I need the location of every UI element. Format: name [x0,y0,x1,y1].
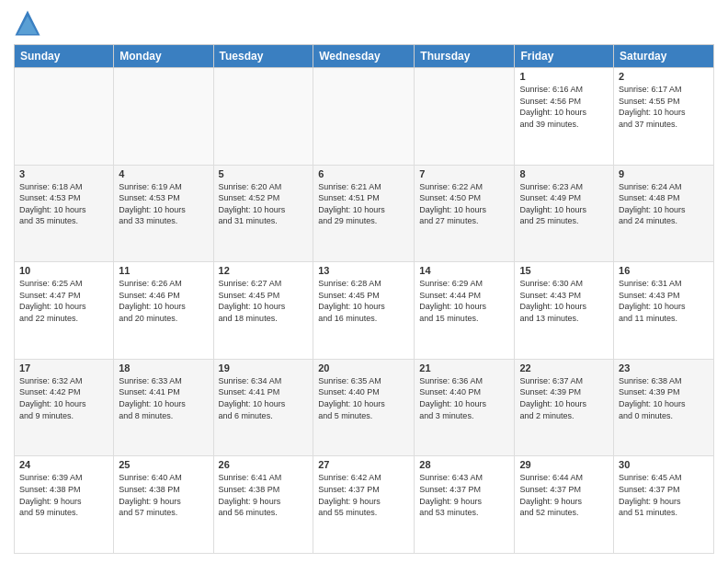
day-info: Sunrise: 6:18 AMSunset: 4:53 PMDaylight:… [19,181,108,227]
calendar-cell: 4Sunrise: 6:19 AMSunset: 4:53 PMDaylight… [114,165,213,262]
day-info: Sunrise: 6:37 AMSunset: 4:39 PMDaylight:… [519,375,609,421]
weekday-header-sunday: Sunday [15,45,114,68]
weekday-header-saturday: Saturday [614,45,714,68]
calendar-header: SundayMondayTuesdayWednesdayThursdayFrid… [15,45,714,68]
day-number: 30 [619,459,709,470]
week-row-1: 1Sunrise: 6:16 AMSunset: 4:56 PMDaylight… [15,68,714,166]
day-info: Sunrise: 6:33 AMSunset: 4:41 PMDaylight:… [119,375,208,421]
day-number: 16 [619,265,709,276]
day-number: 22 [519,362,609,373]
day-number: 23 [619,362,709,373]
day-info: Sunrise: 6:23 AMSunset: 4:49 PMDaylight:… [519,181,609,227]
day-info: Sunrise: 6:42 AMSunset: 4:37 PMDaylight:… [318,472,409,518]
day-info: Sunrise: 6:35 AMSunset: 4:40 PMDaylight:… [318,375,409,421]
calendar-cell: 7Sunrise: 6:22 AMSunset: 4:50 PMDaylight… [415,165,515,262]
logo-icon [14,9,41,37]
day-number: 3 [19,168,108,179]
weekday-header-tuesday: Tuesday [213,45,313,68]
calendar-cell: 20Sunrise: 6:35 AMSunset: 4:40 PMDayligh… [313,359,415,456]
calendar-cell: 15Sunrise: 6:30 AMSunset: 4:43 PMDayligh… [515,262,614,360]
calendar-cell: 9Sunrise: 6:24 AMSunset: 4:48 PMDaylight… [614,165,714,262]
day-info: Sunrise: 6:43 AMSunset: 4:37 PMDaylight:… [419,472,509,518]
calendar-cell: 17Sunrise: 6:32 AMSunset: 4:42 PMDayligh… [15,359,114,456]
calendar-cell: 12Sunrise: 6:27 AMSunset: 4:45 PMDayligh… [213,262,313,360]
weekday-header-row: SundayMondayTuesdayWednesdayThursdayFrid… [15,45,714,68]
day-info: Sunrise: 6:25 AMSunset: 4:47 PMDaylight:… [19,278,108,324]
day-info: Sunrise: 6:32 AMSunset: 4:42 PMDaylight:… [19,375,108,421]
day-info: Sunrise: 6:34 AMSunset: 4:41 PMDaylight:… [219,375,309,421]
calendar-cell: 16Sunrise: 6:31 AMSunset: 4:43 PMDayligh… [614,262,714,360]
day-info: Sunrise: 6:31 AMSunset: 4:43 PMDaylight:… [619,278,709,324]
day-number: 20 [318,362,409,373]
weekday-header-friday: Friday [515,45,614,68]
week-row-3: 10Sunrise: 6:25 AMSunset: 4:47 PMDayligh… [15,262,714,360]
weekday-header-thursday: Thursday [415,45,515,68]
calendar-cell: 24Sunrise: 6:39 AMSunset: 4:38 PMDayligh… [15,456,114,554]
calendar-cell: 30Sunrise: 6:45 AMSunset: 4:37 PMDayligh… [614,456,714,554]
day-info: Sunrise: 6:24 AMSunset: 4:48 PMDaylight:… [619,181,709,227]
day-info: Sunrise: 6:29 AMSunset: 4:44 PMDaylight:… [419,278,509,324]
calendar-cell: 27Sunrise: 6:42 AMSunset: 4:37 PMDayligh… [313,456,415,554]
day-number: 26 [219,459,309,470]
day-info: Sunrise: 6:40 AMSunset: 4:38 PMDaylight:… [119,472,208,518]
header [14,9,714,37]
day-number: 19 [219,362,309,373]
calendar-cell: 14Sunrise: 6:29 AMSunset: 4:44 PMDayligh… [415,262,515,360]
day-number: 10 [19,265,108,276]
calendar-cell: 5Sunrise: 6:20 AMSunset: 4:52 PMDaylight… [213,165,313,262]
day-number: 29 [519,459,609,470]
day-number: 21 [419,362,509,373]
day-number: 17 [19,362,108,373]
calendar-cell: 1Sunrise: 6:16 AMSunset: 4:56 PMDaylight… [515,68,614,166]
calendar-cell: 18Sunrise: 6:33 AMSunset: 4:41 PMDayligh… [114,359,213,456]
week-row-5: 24Sunrise: 6:39 AMSunset: 4:38 PMDayligh… [15,456,714,554]
calendar-cell: 22Sunrise: 6:37 AMSunset: 4:39 PMDayligh… [515,359,614,456]
day-number: 2 [619,71,709,82]
page: SundayMondayTuesdayWednesdayThursdayFrid… [0,0,728,563]
day-number: 4 [119,168,208,179]
day-info: Sunrise: 6:19 AMSunset: 4:53 PMDaylight:… [119,181,208,227]
calendar-body: 1Sunrise: 6:16 AMSunset: 4:56 PMDaylight… [15,68,714,554]
calendar-cell [415,68,515,166]
calendar-cell: 28Sunrise: 6:43 AMSunset: 4:37 PMDayligh… [415,456,515,554]
day-info: Sunrise: 6:16 AMSunset: 4:56 PMDaylight:… [519,84,609,130]
calendar-cell [313,68,415,166]
calendar-cell: 29Sunrise: 6:44 AMSunset: 4:37 PMDayligh… [515,456,614,554]
calendar-cell [213,68,313,166]
day-info: Sunrise: 6:30 AMSunset: 4:43 PMDaylight:… [519,278,609,324]
calendar-cell [114,68,213,166]
calendar-cell: 11Sunrise: 6:26 AMSunset: 4:46 PMDayligh… [114,262,213,360]
calendar-cell: 23Sunrise: 6:38 AMSunset: 4:39 PMDayligh… [614,359,714,456]
calendar-cell: 10Sunrise: 6:25 AMSunset: 4:47 PMDayligh… [15,262,114,360]
day-info: Sunrise: 6:17 AMSunset: 4:55 PMDaylight:… [619,84,709,130]
day-number: 25 [119,459,208,470]
day-number: 9 [619,168,709,179]
day-info: Sunrise: 6:38 AMSunset: 4:39 PMDaylight:… [619,375,709,421]
calendar-cell: 13Sunrise: 6:28 AMSunset: 4:45 PMDayligh… [313,262,415,360]
day-number: 5 [219,168,309,179]
calendar-cell: 25Sunrise: 6:40 AMSunset: 4:38 PMDayligh… [114,456,213,554]
calendar-cell: 21Sunrise: 6:36 AMSunset: 4:40 PMDayligh… [415,359,515,456]
day-info: Sunrise: 6:36 AMSunset: 4:40 PMDaylight:… [419,375,509,421]
calendar-cell [15,68,114,166]
weekday-header-monday: Monday [114,45,213,68]
calendar-cell: 2Sunrise: 6:17 AMSunset: 4:55 PMDaylight… [614,68,714,166]
day-info: Sunrise: 6:28 AMSunset: 4:45 PMDaylight:… [318,278,409,324]
day-number: 15 [519,265,609,276]
calendar-cell: 19Sunrise: 6:34 AMSunset: 4:41 PMDayligh… [213,359,313,456]
day-number: 18 [119,362,208,373]
day-info: Sunrise: 6:26 AMSunset: 4:46 PMDaylight:… [119,278,208,324]
logo [14,9,45,37]
day-number: 1 [519,71,609,82]
day-number: 14 [419,265,509,276]
calendar-cell: 8Sunrise: 6:23 AMSunset: 4:49 PMDaylight… [515,165,614,262]
day-number: 11 [119,265,208,276]
day-info: Sunrise: 6:20 AMSunset: 4:52 PMDaylight:… [219,181,309,227]
week-row-2: 3Sunrise: 6:18 AMSunset: 4:53 PMDaylight… [15,165,714,262]
day-number: 28 [419,459,509,470]
day-number: 24 [19,459,108,470]
day-number: 6 [318,168,409,179]
calendar-cell: 26Sunrise: 6:41 AMSunset: 4:38 PMDayligh… [213,456,313,554]
day-info: Sunrise: 6:41 AMSunset: 4:38 PMDaylight:… [219,472,309,518]
day-number: 12 [219,265,309,276]
